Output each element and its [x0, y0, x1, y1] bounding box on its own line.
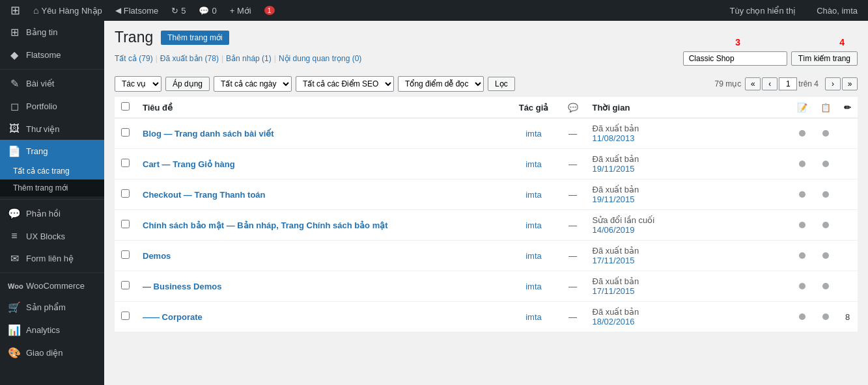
page-title-link[interactable]: Demos	[143, 251, 171, 261]
date-link[interactable]: 14/06/2019	[593, 225, 785, 235]
sidebar-item-pages[interactable]: 📄 Trang ◀ 1	[0, 140, 104, 163]
sidebar-item-analytics[interactable]: 📊 Analytics	[0, 319, 104, 341]
author-link[interactable]: imta	[525, 251, 542, 261]
row-checkbox[interactable]	[121, 128, 130, 137]
uxblocks-icon: ≡	[8, 230, 21, 242]
status-dot-1	[799, 161, 805, 167]
icon-col-1-header: 📝	[791, 97, 814, 118]
status-dot-2	[822, 283, 829, 289]
sidebar: ⊞ Bảng tin ◆ Flatsome ✎ Bài viết ◻ Portf…	[0, 21, 104, 385]
date-link[interactable]: 19/11/2015	[593, 194, 785, 204]
sidebar-item-contactform[interactable]: ✉ Form liên hệ	[0, 247, 104, 270]
seo-select[interactable]: Tất cả các Điểm SEO	[296, 76, 394, 92]
filter-all[interactable]: Tất cả (79)	[115, 54, 153, 63]
page-title-link[interactable]: Checkout — Trang Thanh toán	[143, 190, 266, 200]
date-link[interactable]: 18/02/2016	[593, 317, 785, 326]
row-count-cell	[837, 118, 858, 149]
flatsome-icon: ◆	[8, 49, 21, 61]
customizer[interactable]: ◀ Flatsome	[110, 0, 163, 21]
comment-value: —	[568, 220, 577, 230]
row-checkbox[interactable]	[121, 159, 130, 167]
main-content: Trang Thêm trang mới Tất cả (79) | Đã xu…	[104, 21, 868, 385]
author-link[interactable]: imta	[525, 129, 542, 139]
next-page-btn[interactable]: ›	[825, 77, 841, 90]
filter-important[interactable]: Nội dung quan trọng (0)	[279, 54, 361, 63]
page-title-link[interactable]: — Business Demos	[143, 282, 221, 291]
author-link[interactable]: imta	[525, 220, 542, 230]
row-checkbox[interactable]	[121, 250, 130, 259]
action-select[interactable]: Tác vụ	[115, 76, 161, 92]
status-dot-2	[822, 191, 829, 198]
comments-bar[interactable]: 💬 0	[193, 0, 221, 21]
page-title-link[interactable]: Cart — Trang Giỏ hàng	[143, 159, 235, 169]
sidebar-item-woocommerce[interactable]: Woo WooCommerce	[0, 276, 104, 296]
row-checkbox[interactable]	[121, 281, 130, 289]
title-header[interactable]: Tiêu đề	[136, 97, 508, 118]
date-select[interactable]: Tất cả các ngày	[214, 76, 292, 92]
row-title-cell: Cart — Trang Giỏ hàng	[136, 149, 508, 179]
wp-logo[interactable]: ⊞	[5, 0, 25, 21]
display-options-bar[interactable]: Tùy chọn hiển thị	[724, 0, 801, 21]
date-status: Đã xuất bản	[593, 276, 639, 286]
apply-button[interactable]: Áp dụng	[165, 77, 210, 91]
sidebar-item-portfolio[interactable]: ◻ Portfolio	[0, 95, 104, 118]
read-select[interactable]: Tổng điểm dễ đọc	[398, 76, 484, 92]
sidebar-item-appearance[interactable]: 🎨 Giao diện	[0, 341, 104, 364]
date-link[interactable]: 17/11/2015	[593, 256, 785, 265]
author-link[interactable]: imta	[525, 312, 542, 322]
row-dot2-cell	[814, 241, 837, 271]
filter-published[interactable]: Đã xuất bản (78)	[160, 54, 219, 63]
row-checkbox[interactable]	[121, 189, 130, 198]
page-title-link[interactable]: Blog — Trang danh sách bài viết	[143, 129, 274, 139]
table-header-row: Tiêu đề Tác giả 💬 Thời gian 📝	[115, 97, 858, 118]
page-title-link[interactable]: Chính sách bảo mật — Bản nháp, Trang Chí…	[143, 220, 388, 230]
portfolio-icon: ◻	[8, 100, 21, 113]
media-icon: 🖼	[8, 123, 21, 135]
help-bar[interactable]	[801, 0, 811, 21]
row-comment-count: 8	[845, 312, 850, 322]
row-title-cell: Chính sách bảo mật — Bản nháp, Trang Chí…	[136, 210, 508, 241]
current-page-input[interactable]	[779, 77, 797, 90]
sidebar-item-products[interactable]: 🛒 Sản phẩm	[0, 296, 104, 319]
select-all-checkbox[interactable]	[121, 102, 130, 111]
prev-page-btn[interactable]: ‹	[762, 77, 777, 90]
last-page-btn[interactable]: »	[842, 77, 858, 90]
sidebar-item-media[interactable]: 🖼 Thư viện	[0, 118, 104, 140]
sidebar-item-comments[interactable]: 💬 Phản hồi	[0, 202, 104, 225]
updates[interactable]: ↻ 5	[166, 0, 191, 21]
page-title-link[interactable]: —— Corporate	[143, 312, 203, 322]
first-page-btn[interactable]: «	[745, 77, 761, 90]
author-link[interactable]: imta	[525, 190, 542, 200]
row-comment-cell: —	[560, 241, 586, 271]
status-dot-1	[799, 222, 805, 228]
author-link[interactable]: imta	[525, 159, 542, 169]
date-link[interactable]: 17/11/2015	[593, 286, 785, 296]
search-pages-button[interactable]: Tìm kiếm trang	[791, 51, 858, 66]
row-count-cell: 8	[837, 302, 858, 332]
sidebar-subitem-all-pages[interactable]: Tất cả các trang	[0, 163, 104, 179]
sidebar-subitem-add-page[interactable]: Thêm trang mới ◀ 2	[0, 179, 104, 196]
contactform-icon: ✉	[8, 252, 21, 265]
sidebar-item-posts[interactable]: ✎ Bài viết	[0, 72, 104, 95]
new-content[interactable]: + Mới	[225, 0, 257, 21]
date-link[interactable]: 11/08/2013	[593, 133, 785, 143]
sidebar-item-flatsome[interactable]: ◆ Flatsome	[0, 44, 104, 66]
row-checkbox[interactable]	[121, 312, 130, 320]
author-header[interactable]: Tác giả	[508, 97, 560, 118]
filter-draft[interactable]: Bản nháp (1)	[226, 54, 272, 63]
date-link[interactable]: 19/11/2015	[593, 164, 785, 174]
row-date-cell: Đã xuất bản 19/11/2015	[586, 149, 791, 179]
search-input[interactable]	[683, 51, 787, 66]
row-checkbox[interactable]	[121, 220, 130, 228]
wp-badge[interactable]: 1	[259, 0, 280, 21]
date-header[interactable]: Thời gian	[586, 97, 791, 118]
site-name[interactable]: ⌂ Yêu Hàng Nhập	[28, 0, 107, 21]
icon-col-3-header: ✏	[837, 97, 858, 118]
add-new-button[interactable]: Thêm trang mới	[161, 31, 229, 45]
row-checkbox-cell	[115, 179, 136, 210]
row-title-cell: Checkout — Trang Thanh toán	[136, 179, 508, 210]
sidebar-item-uxblocks[interactable]: ≡ UX Blocks	[0, 225, 104, 247]
author-link[interactable]: imta	[525, 282, 542, 291]
sidebar-item-dashboard[interactable]: ⊞ Bảng tin	[0, 21, 104, 44]
filter-button[interactable]: Lọc	[488, 77, 515, 91]
